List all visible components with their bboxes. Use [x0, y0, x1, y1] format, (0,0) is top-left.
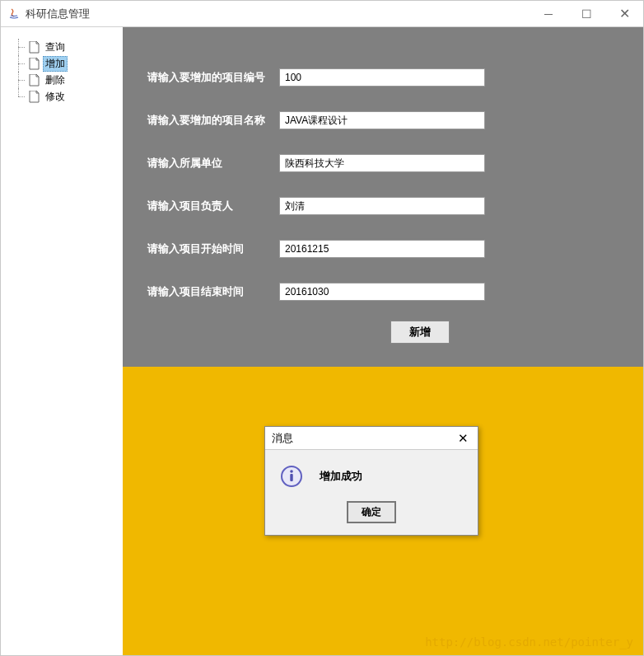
dialog-title: 消息 [272, 431, 448, 446]
content-area: 查询 增加 删除 [1, 27, 643, 655]
form-label: 请输入项目开始时间 [147, 241, 279, 256]
close-button[interactable]: ✕ [605, 1, 643, 26]
leader-input[interactable] [279, 197, 485, 215]
form-label: 请输入项目结束时间 [147, 284, 279, 299]
form-label: 请输入项目负责人 [147, 199, 279, 213]
start-time-input[interactable] [279, 240, 485, 258]
sidebar-item-modify[interactable]: 修改 [26, 88, 123, 105]
form-row-end-time: 请输入项目结束时间 [147, 283, 627, 301]
document-icon [29, 41, 40, 54]
dialog-titlebar: 消息 ✕ [265, 427, 478, 450]
sidebar-item-query[interactable]: 查询 [26, 39, 123, 55]
document-icon [29, 74, 40, 87]
sidebar-item-add[interactable]: 增加 [26, 55, 123, 72]
minimize-button[interactable]: ─ [530, 1, 567, 26]
project-id-input[interactable] [279, 68, 485, 87]
form-label: 请输入所属单位 [147, 156, 279, 171]
project-name-input[interactable] [279, 111, 485, 129]
window-title: 科研信息管理 [26, 7, 530, 21]
document-icon [29, 58, 40, 70]
info-icon [280, 465, 303, 488]
sidebar: 查询 增加 删除 [1, 27, 123, 655]
form-label: 请输入要增加的项目名称 [147, 113, 279, 128]
main-window: 科研信息管理 ─ ☐ ✕ 查询 [0, 0, 644, 656]
submit-row: 新增 [147, 321, 627, 344]
form-row-project-id: 请输入要增加的项目编号 [147, 68, 627, 87]
message-dialog: 消息 ✕ 增加成功 确定 [264, 426, 478, 536]
dialog-ok-button[interactable]: 确定 [347, 501, 396, 523]
main-panel: 请输入要增加的项目编号 请输入要增加的项目名称 请输入所属单位 请输入项目负责人… [123, 27, 643, 655]
end-time-input[interactable] [279, 283, 485, 301]
maximize-button[interactable]: ☐ [567, 1, 605, 26]
form-label: 请输入要增加的项目编号 [147, 70, 279, 85]
form-row-project-name: 请输入要增加的项目名称 [147, 111, 627, 129]
dialog-actions: 确定 [265, 496, 478, 535]
svg-rect-2 [290, 474, 292, 481]
sidebar-item-label: 删除 [43, 73, 68, 87]
window-controls: ─ ☐ ✕ [530, 1, 643, 26]
sidebar-item-label: 修改 [43, 90, 68, 104]
form-row-leader: 请输入项目负责人 [147, 197, 627, 215]
svg-point-1 [290, 470, 293, 473]
watermark: http://blog.csdn.net/pointer_y [425, 635, 633, 649]
dialog-body: 增加成功 [265, 450, 478, 496]
sidebar-item-delete[interactable]: 删除 [26, 72, 123, 88]
form-row-start-time: 请输入项目开始时间 [147, 240, 627, 258]
unit-input[interactable] [279, 154, 485, 172]
dialog-message: 增加成功 [320, 469, 362, 484]
nav-tree: 查询 增加 删除 [1, 39, 123, 105]
document-icon [29, 91, 40, 103]
form-area: 请输入要增加的项目编号 请输入要增加的项目名称 请输入所属单位 请输入项目负责人… [123, 27, 643, 367]
form-row-unit: 请输入所属单位 [147, 154, 627, 172]
sidebar-item-label: 增加 [43, 56, 68, 72]
sidebar-item-label: 查询 [43, 40, 68, 54]
submit-button[interactable]: 新增 [390, 321, 450, 344]
java-app-icon [7, 7, 21, 21]
titlebar: 科研信息管理 ─ ☐ ✕ [1, 1, 643, 27]
dialog-close-button[interactable]: ✕ [448, 431, 478, 446]
